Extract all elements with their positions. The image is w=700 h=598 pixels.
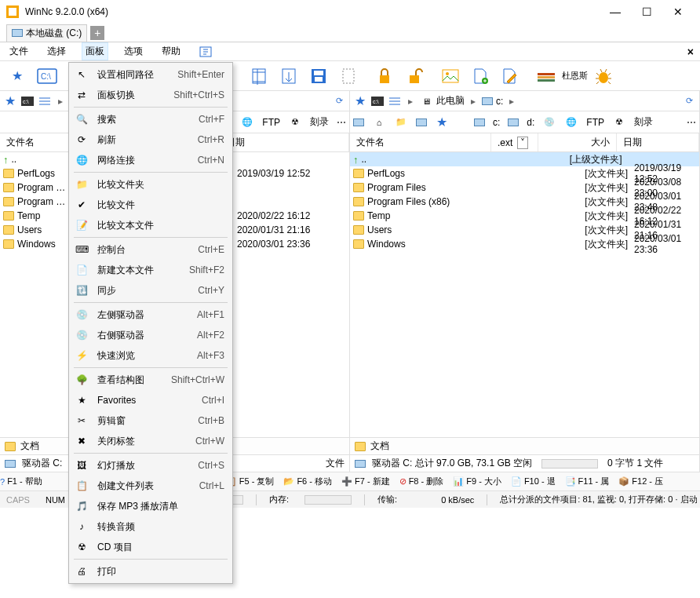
right-bottom-tab[interactable]: 文档	[370, 439, 389, 453]
bug-icon[interactable]	[589, 64, 618, 88]
right-console-icon[interactable]: c:\	[370, 94, 385, 108]
f12-zip[interactable]: 📦F12 - 压	[618, 476, 663, 487]
new-doc-icon[interactable]	[466, 64, 494, 88]
globe-icon: 🌐	[74, 155, 89, 166]
disk-tab[interactable]: 本地磁盘 (C:)	[6, 24, 87, 42]
left-ftp-label[interactable]: FTP	[262, 117, 280, 128]
left-list-icon[interactable]	[38, 94, 52, 108]
image-icon[interactable]	[436, 64, 465, 88]
menu-item[interactable]: ⚡快速浏览Alt+F3	[71, 345, 231, 366]
right-ftp-label[interactable]: FTP	[586, 117, 604, 128]
minimize-button[interactable]: —	[600, 1, 631, 23]
f1-help[interactable]: ?F1 - 帮助	[0, 476, 42, 487]
close-button[interactable]: ✕	[662, 1, 694, 23]
left-col-date[interactable]: 日期	[220, 133, 349, 151]
tool-save-icon[interactable]	[304, 64, 333, 88]
menu-item[interactable]: 🔃同步Ctrl+Y	[71, 280, 231, 301]
left-status: 驱动器 C:	[22, 457, 62, 470]
left-console-icon[interactable]: c:\	[20, 94, 35, 108]
menu-item[interactable]: 🌐网络连接Ctrl+N	[71, 150, 231, 170]
menu-item[interactable]: ✖关闭标签Ctrl+W	[71, 431, 231, 451]
menu-item[interactable]: ✂剪辑窗Ctrl+B	[71, 410, 231, 431]
menu-item[interactable]: 💿左侧驱动器Alt+F1	[71, 304, 231, 325]
left-menu-icon[interactable]: ⋯	[337, 117, 346, 128]
left-ftp-icon[interactable]: 🌐	[240, 115, 254, 129]
right-d-drive[interactable]: d:	[527, 117, 534, 128]
right-ftp-icon[interactable]: 🌐	[564, 115, 578, 129]
folder-icon	[3, 211, 14, 221]
edit-icon[interactable]	[496, 64, 524, 88]
right-refresh-icon[interactable]: ⟳	[682, 94, 696, 108]
menu-item[interactable]: ✔比较文件	[71, 195, 231, 215]
f8-delete[interactable]: ⊘F8 - 删除	[399, 476, 444, 487]
menu-options[interactable]: 选项	[121, 43, 146, 60]
pattern-icon[interactable]	[532, 64, 560, 88]
right-col-size[interactable]: 大小	[538, 133, 617, 151]
menu-item[interactable]: 🌳查看结构图Shift+Ctrl+W	[71, 370, 231, 390]
tool-archive2-icon[interactable]	[275, 64, 303, 88]
left-bottom-tab[interactable]: 文档	[20, 439, 39, 453]
menu-file[interactable]: 文件	[6, 43, 31, 60]
right-col-ext[interactable]: .ext ˅	[491, 133, 538, 151]
right-disc-icon[interactable]: 💿	[542, 115, 556, 129]
right-file-list[interactable]: ↑..[上级文件夹] PerfLogs[次文件夹]2019/03/19 12:5…	[350, 152, 699, 437]
menu-item[interactable]: ★FavoritesCtrl+I	[71, 390, 231, 410]
menu-item[interactable]: 🎵保存 MP3 播放清单	[71, 496, 231, 516]
right-tool1[interactable]	[353, 119, 364, 126]
maximize-button[interactable]: ☐	[631, 1, 662, 23]
menu-item[interactable]: 📋创建文件列表Ctrl+L	[71, 476, 231, 496]
left-burn-label[interactable]: 刻录	[310, 115, 329, 129]
right-tool4[interactable]	[416, 119, 427, 126]
menu-item[interactable]: ⇄面板切换Shift+Ctrl+S	[71, 85, 231, 105]
unlock-icon[interactable]	[400, 64, 428, 88]
refresh-icon: ⟳	[74, 134, 89, 145]
menu-item[interactable]: 📄新建文本文件Shift+F2	[71, 260, 231, 280]
menu-item[interactable]: 📁比较文件夹	[71, 174, 231, 195]
right-menu-icon[interactable]: ⋯	[687, 117, 696, 128]
left-refresh-icon[interactable]: ⟳	[332, 94, 346, 108]
menu-extra-icon[interactable]	[196, 45, 215, 59]
add-tab-button[interactable]: +	[90, 26, 104, 40]
menu-item[interactable]: 💿右侧驱动器Alt+F2	[71, 325, 231, 345]
right-col-date[interactable]: 日期	[617, 133, 699, 151]
menu-item[interactable]: ⟳刷新Ctrl+R	[71, 129, 231, 150]
menu-item-label: 剪辑窗	[97, 414, 190, 428]
menu-item[interactable]: ♪转换音频	[71, 516, 231, 537]
menu-item[interactable]: ↖设置相同路径Shift+Enter	[71, 64, 231, 85]
folder-icon	[355, 442, 366, 451]
menu-item[interactable]: ☢CD 项目	[71, 537, 231, 557]
right-col-name[interactable]: 文件名	[350, 133, 491, 151]
left-burn-icon[interactable]: ☢	[288, 115, 302, 129]
right-burn-label[interactable]: 刻录	[634, 115, 653, 129]
menu-help[interactable]: 帮助	[159, 43, 184, 60]
right-path-drive[interactable]: c:	[496, 96, 503, 107]
table-row[interactable]: Windows[次文件夹]2020/03/01 23:36	[350, 237, 699, 251]
menu-select[interactable]: 选择	[44, 43, 69, 60]
favorite-icon[interactable]: ★	[3, 64, 31, 88]
right-list-icon[interactable]	[388, 94, 402, 108]
right-tool2[interactable]: ⌂	[372, 115, 386, 129]
right-path-pc[interactable]: 此电脑	[436, 94, 465, 108]
f10-exit[interactable]: 📄F10 - 退	[511, 476, 556, 487]
right-tool-star[interactable]: ★	[435, 115, 449, 129]
left-fav-icon[interactable]: ★	[3, 94, 17, 108]
menu-item[interactable]: 🖼幻灯播放Ctrl+S	[71, 455, 231, 476]
menu-panel[interactable]: 面板	[82, 42, 108, 60]
f11-attr[interactable]: 📑F11 - 属	[565, 476, 610, 487]
menu-item[interactable]: ⌨控制台Ctrl+E	[71, 239, 231, 260]
menu-item[interactable]: 📝比较文本文件	[71, 215, 231, 235]
tool-archive1-icon[interactable]	[245, 64, 273, 88]
close-menu-icon[interactable]: ×	[687, 46, 694, 58]
tool-page-icon[interactable]	[334, 64, 363, 88]
right-tool3[interactable]: 📁	[394, 115, 408, 129]
lock-icon[interactable]	[370, 64, 399, 88]
right-fav-icon[interactable]: ★	[353, 94, 367, 108]
right-burn-icon[interactable]: ☢	[612, 115, 626, 129]
f9-size[interactable]: 📊F9 - 大小	[453, 476, 501, 487]
f6-move[interactable]: 📂F6 - 移动	[283, 476, 332, 487]
console-icon[interactable]: C:\	[33, 64, 61, 88]
menu-item[interactable]: 🔍搜索Ctrl+F	[71, 109, 231, 129]
right-c-drive[interactable]: c:	[493, 117, 500, 128]
f7-new[interactable]: ➕F7 - 新建	[341, 476, 390, 487]
menu-item[interactable]: 🖨打印	[71, 561, 231, 582]
